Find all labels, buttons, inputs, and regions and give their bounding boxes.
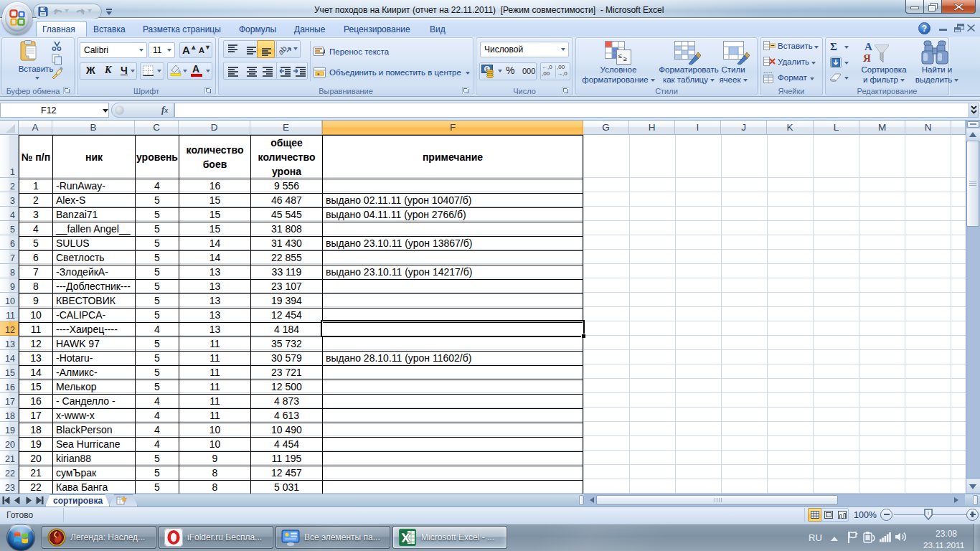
svg-text:А: А (864, 41, 872, 52)
svg-text:≤: ≤ (618, 52, 622, 60)
svg-text:Я: Я (863, 52, 871, 64)
svg-text:≥: ≥ (623, 55, 627, 62)
svg-text:ab: ab (278, 44, 288, 56)
